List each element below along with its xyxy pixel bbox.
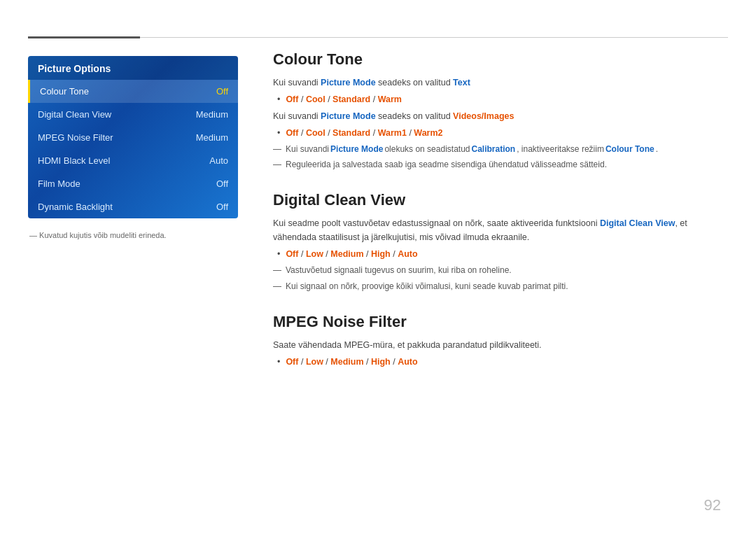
section-digital-clean-view: Digital Clean View Kui seadme poolt vast… xyxy=(273,191,721,293)
menu-item-colour-tone-label: Colour Tone xyxy=(40,86,89,97)
section-mpeg-noise-filter-body: Saate vähendada MPEG-müra, et pakkuda pa… xyxy=(273,338,721,369)
menu-item-film-mode-label: Film Mode xyxy=(38,178,80,189)
top-decorative-lines xyxy=(28,36,728,38)
menu-item-mpeg-noise-filter[interactable]: MPEG Noise Filter Medium xyxy=(28,126,238,149)
panel-note: Kuvatud kujutis võib mudeliti erineda. xyxy=(28,231,238,239)
menu-item-dynamic-backlight-value: Off xyxy=(216,202,228,212)
menu-item-hdmi-black-level-value: Auto xyxy=(209,155,228,166)
menu-item-film-mode-value: Off xyxy=(216,178,228,189)
menu-item-digital-clean-view-value: Medium xyxy=(196,109,228,120)
section-colour-tone-title: Colour Tone xyxy=(273,50,721,69)
mpeg-noise-filter-text1: Saate vähendada MPEG-müra, et pakkuda pa… xyxy=(273,338,721,352)
menu-item-hdmi-black-level[interactable]: HDMI Black Level Auto xyxy=(28,149,238,172)
digital-clean-view-note2: Kui signaal on nõrk, proovige kõiki võim… xyxy=(273,280,721,293)
left-panel: Picture Options Colour Tone Off Digital … xyxy=(28,56,238,239)
menu-item-colour-tone[interactable]: Colour Tone Off xyxy=(28,80,238,103)
colour-tone-text2: Kui suvandi Picture Mode seadeks on vali… xyxy=(273,109,721,123)
digital-clean-view-bullet1: Off / Low / Medium / High / Auto xyxy=(277,247,721,261)
menu-item-mpeg-noise-filter-value: Medium xyxy=(196,132,228,143)
section-mpeg-noise-filter: MPEG Noise Filter Saate vähendada MPEG-m… xyxy=(273,313,721,369)
digital-clean-view-text1: Kui seadme poolt vastuvõetav edastussign… xyxy=(273,216,721,244)
menu-title: Picture Options xyxy=(28,56,238,80)
menu-item-dynamic-backlight[interactable]: Dynamic Backlight Off xyxy=(28,195,238,218)
menu-item-dynamic-backlight-label: Dynamic Backlight xyxy=(38,202,113,212)
page-number: 92 xyxy=(704,496,721,514)
top-line-accent xyxy=(28,36,140,38)
colour-tone-text1: Kui suvandi Picture Mode seadeks on vali… xyxy=(273,76,721,90)
digital-clean-view-note1: Vastuvõetud signaali tugevus on suurim, … xyxy=(273,264,721,277)
top-line-separator xyxy=(140,37,728,38)
section-colour-tone-body: Kui suvandi Picture Mode seadeks on vali… xyxy=(273,76,721,171)
section-digital-clean-view-title: Digital Clean View xyxy=(273,191,721,209)
colour-tone-bullet1: Off / Cool / Standard / Warm xyxy=(277,92,721,106)
section-digital-clean-view-body: Kui seadme poolt vastuvõetav edastussign… xyxy=(273,216,721,293)
colour-tone-note1: Kui suvandi Picture Mode olekuks on sead… xyxy=(273,143,721,156)
menu-item-digital-clean-view-label: Digital Clean View xyxy=(38,109,111,120)
menu-item-digital-clean-view[interactable]: Digital Clean View Medium xyxy=(28,103,238,126)
colour-tone-bullet2: Off / Cool / Standard / Warm1 / Warm2 xyxy=(277,126,721,140)
section-colour-tone: Colour Tone Kui suvandi Picture Mode sea… xyxy=(273,50,721,171)
menu-item-mpeg-noise-filter-label: MPEG Noise Filter xyxy=(38,132,113,143)
picture-options-menu: Picture Options Colour Tone Off Digital … xyxy=(28,56,238,218)
mpeg-noise-filter-bullet1: Off / Low / Medium / High / Auto xyxy=(277,355,721,369)
right-content: Colour Tone Kui suvandi Picture Mode sea… xyxy=(273,50,721,388)
section-mpeg-noise-filter-title: MPEG Noise Filter xyxy=(273,313,721,331)
menu-item-colour-tone-value: Off xyxy=(216,86,228,97)
menu-item-film-mode[interactable]: Film Mode Off xyxy=(28,172,238,195)
colour-tone-note2: Reguleerida ja salvestada saab iga seadm… xyxy=(273,158,721,171)
menu-item-hdmi-black-level-label: HDMI Black Level xyxy=(38,155,110,166)
